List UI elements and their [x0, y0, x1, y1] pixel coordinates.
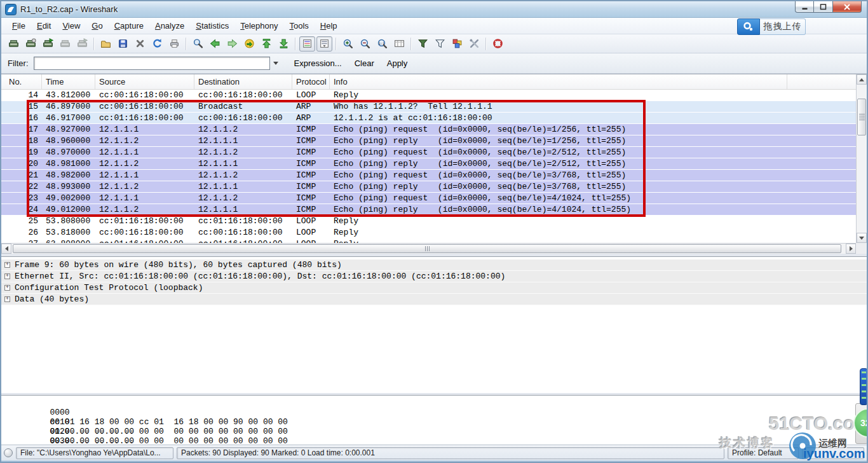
packet-row[interactable]: 14 43.812000 cc:00:16:18:00:00 cc:00:16:… [1, 90, 856, 101]
preferences-button[interactable] [466, 36, 482, 52]
expert-info-indicator[interactable] [4, 448, 13, 457]
horizontal-scrollbar-thumb[interactable] [13, 244, 841, 253]
zoom-normal-button[interactable] [374, 36, 390, 52]
horizontal-scrollbar[interactable] [1, 243, 867, 254]
menu-file[interactable]: File [6, 19, 31, 32]
go-forward-button[interactable] [224, 36, 240, 52]
filter-label[interactable]: Filter: [8, 59, 29, 68]
menu-edit[interactable]: Edit [31, 19, 57, 32]
close-button[interactable] [832, 1, 862, 13]
column-header-protocol[interactable]: Protocol [292, 74, 330, 89]
hex-line[interactable]: 0000 cc 01 16 18 00 00 cc 01 16 18 00 00… [10, 398, 867, 408]
display-filters-button[interactable] [432, 36, 448, 52]
packet-row[interactable]: 23 49.002000 12.1.1.1 12.1.1.2 ICMP Echo… [1, 193, 856, 204]
colorize-toggle-button[interactable] [299, 36, 315, 52]
packet-row[interactable]: 25 53.808000 cc:01:16:18:00:00 cc:01:16:… [1, 216, 856, 227]
packet-row[interactable]: 19 48.970000 12.1.1.1 12.1.1.2 ICMP Echo… [1, 147, 856, 158]
capture-filters-button[interactable] [415, 36, 431, 52]
chevron-down-icon [273, 62, 278, 65]
menu-analyze[interactable]: Analyze [149, 19, 190, 32]
detail-row[interactable]: Configuration Test Protocol (loopback) [1, 282, 867, 294]
column-header-source[interactable]: Source [95, 74, 194, 89]
status-filler [802, 447, 864, 459]
scroll-up-button[interactable] [857, 74, 867, 85]
list-interfaces-button[interactable] [6, 36, 22, 52]
detail-row[interactable]: Ethernet II, Src: cc:01:16:18:00:00 (cc:… [1, 271, 867, 282]
filter-dropdown-button[interactable] [270, 57, 281, 70]
minimize-icon [801, 4, 808, 10]
maximize-button[interactable] [814, 1, 832, 13]
toolbar-separator [93, 38, 95, 50]
menu-capture[interactable]: Capture [109, 19, 149, 32]
column-header-no[interactable]: No. [1, 74, 42, 89]
expand-toggle-icon[interactable] [4, 285, 10, 291]
window-title: R1_to_R2.cap - Wireshark [20, 4, 118, 14]
go-bottom-button[interactable] [276, 36, 292, 52]
go-back-button[interactable] [207, 36, 223, 52]
capture-start-button[interactable] [40, 36, 56, 52]
zoom-out-button[interactable] [357, 36, 373, 52]
menu-tools[interactable]: Tools [284, 19, 315, 32]
packet-row[interactable]: 15 46.897000 cc:00:16:18:00:00 Broadcast… [1, 101, 856, 113]
coloring-rules-button[interactable] [449, 36, 465, 52]
packet-row[interactable]: 17 48.927000 12.1.1.1 12.1.1.2 ICMP Echo… [1, 124, 856, 135]
hex-line[interactable]: 0010 01 00 00 00 00 00 00 00 00 00 00 00… [10, 408, 867, 417]
expression-button[interactable]: Expression... [294, 59, 342, 68]
capture-options-button[interactable] [23, 36, 39, 52]
packet-row[interactable]: 24 49.012000 12.1.1.2 12.1.1.1 ICMP Echo… [1, 204, 856, 216]
expand-toggle-icon[interactable] [4, 296, 10, 302]
packet-row[interactable]: 26 53.818000 cc:00:16:18:00:00 cc:00:16:… [1, 227, 856, 238]
menu-statistics[interactable]: Statistics [190, 19, 234, 32]
triangle-up-icon [859, 78, 864, 81]
packet-row[interactable]: 20 48.981000 12.1.1.2 12.1.1.1 ICMP Echo… [1, 158, 856, 170]
vertical-scrollbar-thumb[interactable] [857, 99, 866, 135]
scroll-left-button[interactable] [1, 244, 11, 254]
go-top-button[interactable] [259, 36, 275, 52]
column-header-info[interactable]: Info [330, 74, 787, 89]
apply-button[interactable]: Apply [387, 59, 408, 68]
expand-toggle-icon[interactable] [4, 262, 10, 268]
upload-cloud-icon [737, 18, 760, 35]
status-packets: Packets: 90 Displayed: 90 Marked: 0 Load… [177, 447, 724, 459]
resize-columns-button[interactable] [391, 36, 407, 52]
capture-stop-button[interactable] [57, 36, 73, 52]
find-packet-button[interactable] [190, 36, 206, 52]
toolbar-separator [186, 38, 187, 50]
open-file-button[interactable] [98, 36, 114, 52]
detail-row[interactable]: Frame 9: 60 bytes on wire (480 bits), 60… [1, 259, 867, 271]
vertical-scrollbar[interactable] [856, 74, 867, 243]
column-header-destination[interactable]: Destination [194, 74, 292, 89]
help-button[interactable] [490, 36, 506, 52]
status-file: File: "C:\Users\Yonghao Ye\AppData\Lo... [16, 447, 173, 459]
minimize-button[interactable] [795, 1, 814, 13]
packet-row[interactable]: 22 48.993000 12.1.1.2 12.1.1.1 ICMP Echo… [1, 181, 856, 193]
packet-row[interactable]: 18 48.960000 12.1.1.2 12.1.1.1 ICMP Echo… [1, 135, 856, 147]
scroll-right-button[interactable] [846, 244, 856, 254]
capture-restart-button[interactable] [74, 36, 90, 52]
save-file-button[interactable] [115, 36, 131, 52]
clear-button[interactable]: Clear [355, 59, 374, 68]
status-bar: File: "C:\Users\Yonghao Ye\AppData\Lo...… [1, 445, 867, 460]
autoscroll-toggle-button[interactable] [316, 36, 332, 52]
menu-telephony[interactable]: Telephony [234, 19, 283, 32]
scroll-down-button[interactable] [857, 233, 867, 243]
menu-help[interactable]: Help [315, 19, 343, 32]
packet-list-header: No. Time Source Destination Protocol Inf… [1, 74, 856, 90]
expand-toggle-icon[interactable] [4, 273, 10, 279]
close-file-button[interactable] [132, 36, 148, 52]
reload-button[interactable] [149, 36, 165, 52]
packet-row[interactable]: 21 48.982000 12.1.1.1 12.1.1.2 ICMP Echo… [1, 170, 856, 181]
column-header-time[interactable]: Time [42, 74, 95, 89]
triangle-down-icon [859, 237, 864, 240]
filter-input[interactable] [34, 57, 270, 70]
packet-row[interactable]: 16 46.917000 cc:01:16:18:00:00 cc:00:16:… [1, 113, 856, 124]
go-to-packet-button[interactable] [241, 36, 257, 52]
menu-view[interactable]: View [57, 19, 86, 32]
print-button[interactable] [166, 36, 182, 52]
zoom-in-button[interactable] [340, 36, 356, 52]
detail-row[interactable]: Data (40 bytes) [1, 294, 867, 305]
drag-upload-widget[interactable]: 拖拽上传 [737, 18, 806, 35]
filter-bar: Filter: Expression... Clear Apply [1, 53, 867, 74]
triangle-right-icon [850, 246, 853, 251]
menu-go[interactable]: Go [86, 19, 108, 32]
